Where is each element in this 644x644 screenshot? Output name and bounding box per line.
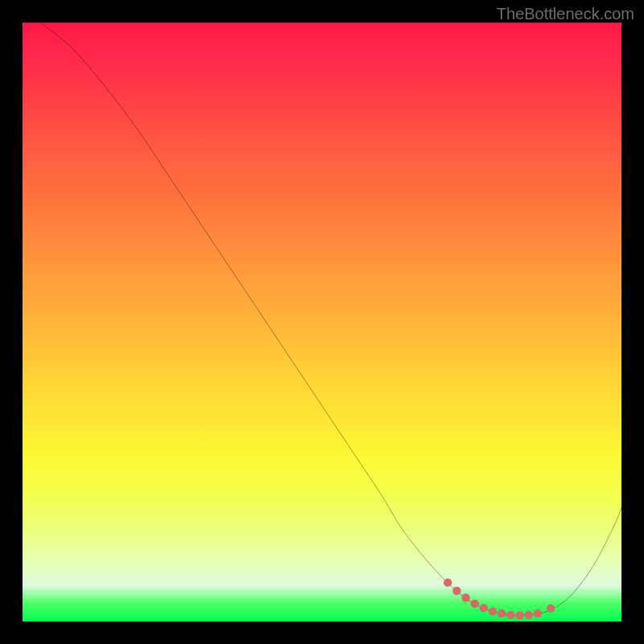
dotted-marker (515, 611, 523, 619)
watermark-text: TheBottleneck.com (497, 5, 634, 23)
dotted-marker (534, 609, 542, 617)
dotted-marker (506, 611, 514, 619)
chart-dotted-markers (23, 23, 621, 621)
dotted-marker (471, 600, 479, 608)
dotted-marker (524, 611, 532, 619)
dotted-marker (452, 587, 460, 595)
dotted-marker (480, 604, 488, 612)
dotted-marker (444, 578, 452, 586)
dotted-marker (497, 609, 506, 617)
chart-plot-area (23, 23, 621, 621)
dotted-marker (461, 593, 469, 601)
dotted-marker (547, 604, 555, 612)
dotted-marker (489, 607, 497, 615)
